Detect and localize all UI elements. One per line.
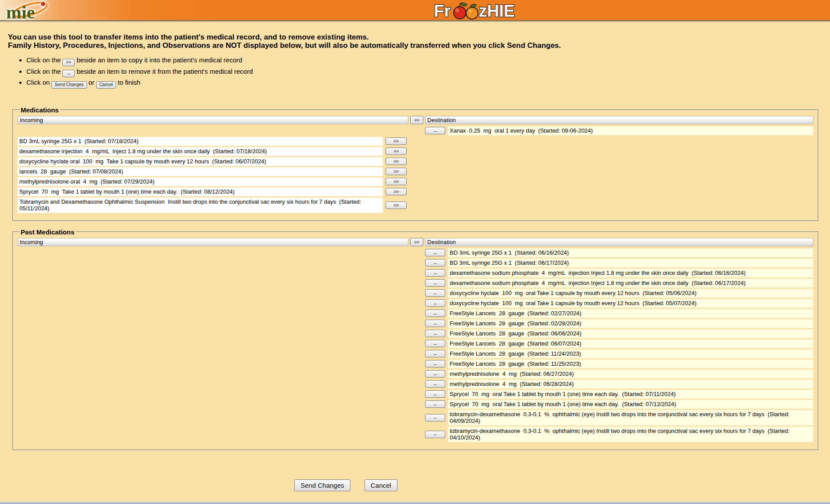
remove-item-button[interactable]: –: [425, 299, 445, 307]
remove-item-button[interactable]: –: [425, 330, 445, 337]
destination-column-header: Destination: [425, 238, 813, 246]
instruction-copy: Click on the>>beside an item to copy it …: [26, 56, 830, 66]
remove-item-button[interactable]: –: [425, 289, 445, 297]
destination-item-row: –doxycycline hyclate 100 mg oral Take 1 …: [425, 299, 813, 308]
medication-item-text: FreeStyle Lancets 28 gauge (Started: 02/…: [448, 309, 813, 318]
incoming-item-row: Tobramycin and Dexamethasone Ophthalmic …: [18, 198, 408, 213]
medication-item-text: tobramycin-dexamethasone 0.3-0.1 % ophth…: [448, 410, 813, 425]
instruction-remove: Click on the–beside an item to remove it…: [26, 68, 830, 78]
remove-item-button[interactable]: –: [425, 431, 445, 438]
action-bar: Send Changes Cancel: [0, 479, 692, 491]
destination-item-row: –dexamethasone sodium phosphate 4 mg/mL …: [425, 269, 813, 277]
destination-item-row: –doxycycline hyclate 100 mg oral Take 1 …: [425, 289, 813, 298]
copy-item-button[interactable]: >>: [386, 137, 407, 145]
destination-item-row: –tobramycin-dexamethasone 0.3-0.1 % opht…: [425, 427, 813, 442]
froozhie-logo-suffix: zHIE: [479, 2, 515, 20]
medication-item-text: FreeStyle Lancets 28 gauge (Started: 06/…: [448, 339, 813, 348]
copy-all-button[interactable]: >>: [410, 238, 423, 246]
incoming-item-row: Sprycel 70 mg Take 1 tablet by mouth 1 (…: [18, 187, 408, 196]
medication-item-text: tobramycin-dexamethasone 0.3-0.1 % ophth…: [448, 427, 813, 442]
destination-item-row: –tobramycin-dexamethasone 0.3-0.1 % opht…: [425, 410, 813, 425]
copy-item-button[interactable]: >>: [386, 202, 407, 209]
header-divider: [0, 21, 830, 22]
medication-item-text: BD 3mL syringe 25G x 1 (Started: 06/17/2…: [448, 259, 813, 267]
destination-item-row: –FreeStyle Lancets 28 gauge (Started: 02…: [425, 309, 813, 318]
copy-item-button[interactable]: >>: [386, 178, 407, 185]
remove-item-button[interactable]: –: [425, 249, 445, 256]
medication-item-text: lancets 28 gauge (Started: 07/08/2024): [18, 167, 383, 176]
destination-item-row: –BD 3mL syringe 25G x 1 (Started: 06/16/…: [425, 248, 813, 257]
remove-item-button[interactable]: –: [425, 127, 445, 134]
medication-item-text: dexamethasone injection 4 mg/mL Inject 1…: [18, 147, 383, 156]
copy-all-button[interactable]: >>: [410, 116, 423, 124]
medication-item-text: dexamethasone sodium phosphate 4 mg/mL i…: [448, 269, 813, 277]
intro-text: You can use this tool to transfer items …: [8, 33, 830, 50]
medications-section: Medications Incoming >> Destination BD 3…: [12, 106, 819, 221]
medication-item-text: BD 3mL syringe 25G x 1 (Started: 06/16/2…: [448, 248, 813, 257]
destination-item-row: –dexamethasone sodium phosphate 4 mg/mL …: [425, 279, 813, 288]
remove-item-button[interactable]: –: [425, 310, 445, 317]
remove-item-button[interactable]: –: [425, 320, 445, 327]
incoming-column-header: Incoming: [18, 116, 408, 124]
top-banner: mie Fr zHIE: [0, 0, 830, 21]
incoming-column-header: Incoming: [18, 238, 408, 246]
remove-item-button[interactable]: –: [425, 414, 445, 421]
copy-example-button[interactable]: >>: [62, 59, 75, 66]
remove-item-button[interactable]: –: [425, 279, 445, 287]
remove-item-button[interactable]: –: [425, 390, 445, 398]
medication-item-text: methylprednisolone 4 mg (Started: 06/27/…: [448, 370, 813, 378]
destination-item-row: –Sprycel 70 mg oral Take 1 tablet by mou…: [425, 400, 813, 409]
past-medications-section-title: Past Medications: [19, 228, 76, 236]
medication-item-text: Xanax 0.25 mg oral 1 every day (Started:…: [448, 126, 813, 135]
medication-item-text: Tobramycin and Dexamethasone Ophthalmic …: [18, 198, 383, 213]
past-medications-destination-list: –BD 3mL syringe 25G x 1 (Started: 06/16/…: [425, 248, 813, 443]
medication-item-text: doxycycline hyclate 100 mg oral Take 1 c…: [448, 299, 813, 308]
remove-item-button[interactable]: –: [425, 350, 445, 357]
remove-item-button[interactable]: –: [425, 400, 445, 408]
medications-section-title: Medications: [19, 106, 60, 114]
medication-item-text: doxycycline hyclate oral 100 mg Take 1 c…: [18, 157, 383, 166]
medication-item-text: methylprednisolone 4 mg (Started: 06/28/…: [448, 380, 813, 389]
remove-item-button[interactable]: –: [425, 360, 445, 367]
remove-item-button[interactable]: –: [425, 370, 445, 378]
copy-item-button[interactable]: >>: [386, 148, 407, 155]
medications-destination-list: –Xanax 0.25 mg oral 1 every day (Started…: [425, 126, 813, 137]
send-changes-button[interactable]: Send Changes: [294, 479, 350, 491]
medication-item-text: Sprycel 70 mg oral Take 1 tablet by mout…: [448, 390, 813, 399]
remove-item-button[interactable]: –: [425, 340, 445, 347]
destination-item-row: –FreeStyle Lancets 28 gauge (Started: 06…: [425, 329, 813, 338]
medication-item-text: methylprednisolone oral 4 mg (Started: 0…: [18, 177, 383, 186]
remove-example-button[interactable]: –: [62, 70, 75, 77]
destination-column-header: Destination: [425, 116, 813, 124]
cancel-button[interactable]: Cancel: [364, 479, 397, 491]
medication-item-text: dexamethasone sodium phosphate 4 mg/mL i…: [448, 279, 813, 288]
svg-text:mie: mie: [6, 2, 35, 20]
incoming-item-row: lancets 28 gauge (Started: 07/08/2024)>>: [18, 167, 408, 176]
incoming-item-row: dexamethasone injection 4 mg/mL Inject 1…: [18, 147, 408, 156]
medication-item-text: BD 3mL syringe 25G x 1 (Started: 07/18/2…: [18, 137, 383, 146]
orange-icon: [466, 4, 478, 19]
medication-item-text: FreeStyle Lancets 28 gauge (Started: 11/…: [448, 349, 813, 358]
copy-item-button[interactable]: >>: [386, 168, 407, 175]
send-changes-example-button[interactable]: Send Changes: [51, 81, 87, 89]
mie-logo: mie: [4, 1, 56, 20]
copy-item-button[interactable]: >>: [386, 188, 407, 195]
medications-incoming-list: BD 3mL syringe 25G x 1 (Started: 07/18/2…: [18, 137, 408, 214]
destination-item-row: –methylprednisolone 4 mg (Started: 06/28…: [425, 380, 813, 389]
incoming-item-row: doxycycline hyclate oral 100 mg Take 1 c…: [18, 157, 408, 166]
copy-item-button[interactable]: >>: [386, 158, 407, 165]
remove-item-button[interactable]: –: [425, 259, 445, 266]
destination-item-row: –Xanax 0.25 mg oral 1 every day (Started…: [425, 126, 813, 135]
past-medications-section: Past Medications Incoming >> Destination…: [12, 228, 819, 450]
instruction-finish: Click onSend ChangesorCancelto finish: [26, 79, 830, 89]
cancel-example-button[interactable]: Cancel: [96, 81, 116, 89]
medication-item-text: FreeStyle Lancets 28 gauge (Started: 02/…: [448, 319, 813, 328]
medication-item-text: FreeStyle Lancets 28 gauge (Started: 11/…: [448, 360, 813, 368]
remove-item-button[interactable]: –: [425, 380, 445, 388]
destination-item-row: –FreeStyle Lancets 28 gauge (Started: 02…: [425, 319, 813, 328]
remove-item-button[interactable]: –: [425, 269, 445, 277]
destination-item-row: –FreeStyle Lancets 28 gauge (Started: 11…: [425, 349, 813, 358]
intro-line-1: You can use this tool to transfer items …: [8, 33, 830, 41]
apple-icon: [454, 2, 467, 19]
incoming-item-row: methylprednisolone oral 4 mg (Started: 0…: [18, 177, 408, 186]
